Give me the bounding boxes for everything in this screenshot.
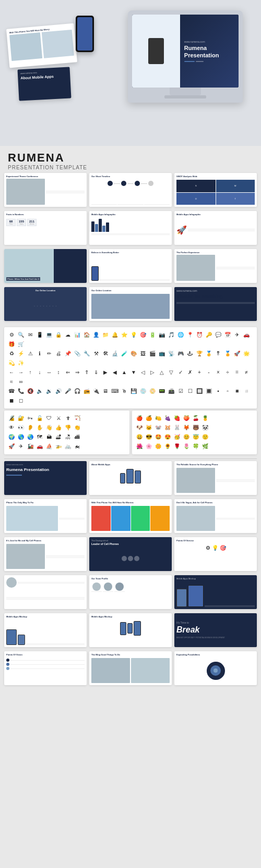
bar-5 [106,222,109,232]
icon-cell: 😎 [145,432,153,441]
icon-cell: 🥳 [173,432,181,441]
phone-medium [135,470,141,483]
slide-row-1: Experienced Theme Conference Our Short T… [0,173,261,211]
icon-cell: 🌸 [145,442,153,450]
brand-subtitle: PRESENTATION TEMPLATE [8,165,253,170]
hero-monitor: www.rumena.com Rumena Presentation [128,10,253,103]
slide-bottom-18: Expanding Possibilities [174,651,257,685]
icon-cell: 🐻 [192,423,200,431]
icon-cell: 🔓 [35,414,44,422]
icon-cell: ✓ [176,368,185,376]
icon-cell: ≈ [7,377,16,386]
team-member-3 [115,582,124,591]
icon-cell: 🔍 [17,330,25,339]
monitor-frame: www.rumena.com Rumena Presentation [128,10,243,103]
icon-cell: △ [158,368,166,376]
service-icon-1: ⚙ [206,545,210,551]
icon-cell: 🎬 [148,349,157,357]
icon-cell: ▶ [101,368,110,376]
num-box-3: 211 Words [27,219,37,226]
icon-cell: 🎤 [64,387,72,395]
icon-cell: 🔧 [82,349,91,357]
icon-cell: 📺 [158,349,166,357]
icon-sheet-3: 🍎 🍊 🍋 🍇 🍓 🍑 🍒 🍍 🐶 🐱 🐭 🐹 🐰 🦊 🐻 🐼 [132,411,257,454]
icon-cell: ↕ [54,368,63,376]
icon-cell: 🌼 [154,442,162,450]
icon-cell: 😍 [163,432,172,441]
timeline-circle-1 [108,181,113,186]
icon-cell: ▼ [129,368,138,376]
icon-cell: 🐱 [145,423,153,431]
icon-cell: 🚲 [64,442,72,450]
break-subtitle: MINDSET OPPORTUNITY POTENTIAL BUSINESS D… [176,637,225,639]
timeline-circle-2 [121,181,126,186]
icon-cell: ◼ [7,396,16,404]
brand-title: RUMENA PRESENTATION TEMPLATE [0,146,261,173]
icon-cell: 📌 [64,349,72,357]
slide-bottom-10 [4,575,87,609]
icon-cell: ⭐ [120,330,128,339]
mockup-phone-2 [127,623,133,634]
icon-cell: ▽ [167,368,175,376]
icon-cell: × [214,368,222,376]
icon-cell: ⚡ [17,349,25,357]
icon-cell: 🔏 [7,414,16,422]
swot-w: W [216,180,255,192]
icon-cell: 🏖 [64,432,72,441]
icon-sheet-2: 🔏 🔐 🗝 🔓 🛡 ⚔ 🗡 🏹 👁 👀 👂 ✋ 👋 👍 👎 👏 [4,411,129,454]
monitor-stand [170,88,201,95]
rocket-emoji: 🚀 [176,225,187,235]
icon-cell: ✨ [17,358,25,367]
slide-bottom-1: www.rumena.com Rumena Presentation [4,461,87,495]
slide-bottom-title-14: Mobile Apps Mockup [91,615,170,618]
slide-bottom-11: Our Team Profile [89,575,172,609]
icon-cell: ◾ [233,387,241,395]
icon-cell: 🏕 [54,432,63,441]
icon-cell: 🌐 [176,330,185,339]
icon-sheet-1: ⚙ 🔍 ✉ 📱 💻 🔒 ☁ 📊 🏠 👤 📁 🔔 ⭐ 💡 🎯 🔋 📷 🎵 🌐 📍 … [4,327,257,408]
bottom-slide-row-5: Mobile Apps Mockup Mobile Apps Mockup [0,613,261,651]
slide-title-9: The Perfect Experience [176,251,255,254]
icon-cell: 🏔 [45,432,53,441]
icon-cell: ⏰ [195,330,204,339]
icon-cell: 🛡 [45,414,53,422]
monitor-base [164,95,206,98]
brand-name: RUMENA [8,151,253,165]
icon-cell: 🎵 [167,330,175,339]
icon-cell: 🎮 [176,349,185,357]
slide-thumb-9: The Perfect Experience [174,249,257,283]
icon-cell: 📅 [223,330,232,339]
slide-thumb-6: Mobile Apps Infographic 🚀 [174,211,257,245]
slide-bottom-title-6: Don't Be Vague, Ask for Cell Phones [176,501,255,504]
icon-cell: 📟 [158,387,166,395]
icon-cell: 👁 [7,423,16,431]
icon-cell: ◽ [242,387,251,395]
icon-cell: 🌟 [242,349,251,357]
icon-cell: ⇒ [73,368,81,376]
icon-cell: 📠 [167,387,175,395]
icon-cell: ⚔ [54,414,63,422]
slide-bottom-5: With This Phone You Will Have No Worries [89,499,172,533]
icon-cell: 🌿 [201,442,209,450]
slide-thumb-8: Believe in Something Better [89,249,172,283]
icon-cell: 🍍 [201,414,209,422]
icon-cell: 📎 [73,349,81,357]
icon-cell: 👂 [26,423,34,431]
slide-bottom-title-13: Mobile Apps Mockup [6,615,85,618]
slide-bottom-9: Points Of Service ⚙ 💡 🎯 [174,537,257,571]
hero-content: With This Phone You Will Have No Worry w… [8,10,253,115]
icon-cell: ◻ [17,396,25,404]
bar-2 [95,224,98,232]
slide-title-4: Facts in Numbers [6,213,85,216]
icon-cell: 🌻 [163,442,172,450]
slide-break: It's Time to Break MINDSET OPPORTUNITY P… [174,613,257,647]
mockup-phone-3 [134,621,141,636]
icon-cell: 😇 [192,432,200,441]
slide-thumb-4: Facts in Numbers 68 Files 155 Years 211 … [4,211,87,245]
icon-cell: 🐰 [173,423,181,431]
slide-title-8: Believe in Something Better [91,251,170,254]
icon-cell: 🏍 [73,442,81,450]
icon-cell: ℹ [35,349,44,357]
icon-cell: ↔ [45,368,53,376]
slide-bottom-13: Mobile Apps Mockup [4,613,87,647]
